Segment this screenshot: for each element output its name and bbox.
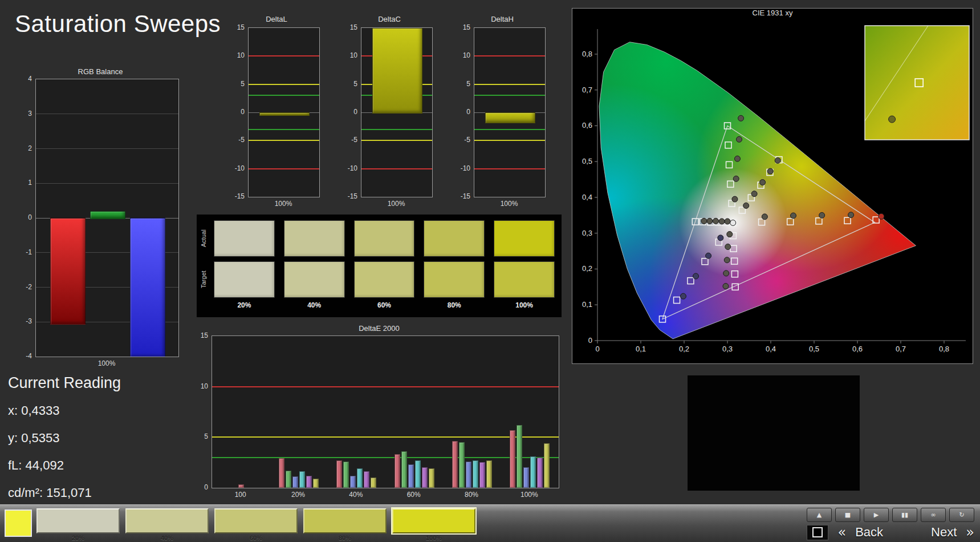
- refline: [474, 95, 545, 96]
- cie-measured-point: [737, 136, 742, 142]
- ytick: -10: [461, 164, 470, 172]
- cie-x-tick-label: 0,7: [896, 345, 906, 353]
- actual-target-swatch-panel: Actual Target 20%40%60%80%100%: [197, 215, 562, 317]
- up-button[interactable]: ▲: [807, 508, 832, 522]
- debar: [313, 479, 319, 488]
- rgb-balance-plot: [35, 79, 179, 357]
- next-button[interactable]: Next: [931, 525, 957, 540]
- ytick: 5: [466, 80, 470, 88]
- debar: [473, 460, 478, 488]
- pause-button[interactable]: ▮▮: [892, 508, 917, 522]
- delta-l-chart: DeltaL 151050-5-10-15 100%: [233, 15, 320, 220]
- ytick: 0: [466, 108, 470, 116]
- vbar: [372, 28, 423, 114]
- cie-x-tick-label: 0: [595, 345, 599, 353]
- refline: [474, 140, 545, 141]
- ytick: 15: [463, 23, 470, 31]
- cie-measured-point: [727, 232, 733, 237]
- gridline: [36, 114, 178, 114]
- reading-fl: fL: 44,092: [8, 458, 121, 473]
- ytick: 0: [28, 213, 32, 221]
- bottom-bar: 20%40%60%80%100% ▲■▶▮▮∞↻ « Back Next »: [0, 504, 980, 542]
- target-row-label: Target: [200, 261, 208, 298]
- debar: [517, 425, 522, 488]
- cie-measured-point: [718, 235, 723, 241]
- ytick: 0: [204, 483, 208, 491]
- cie-measured-point: [724, 257, 730, 263]
- debar: [459, 442, 465, 488]
- cie-y-tick-label: 0,8: [582, 50, 592, 58]
- pattern-swatch-20%[interactable]: 20%: [36, 508, 120, 541]
- rgb-balance-y-axis: 43210-1-2-3-4: [21, 79, 34, 356]
- stop-button[interactable]: ■: [835, 508, 860, 522]
- actual-swatch-row: [214, 220, 555, 257]
- cie-measured-point: [701, 218, 707, 224]
- vbar: [130, 218, 165, 357]
- debar: [371, 478, 376, 488]
- refline: [474, 129, 545, 130]
- debar: [395, 454, 400, 488]
- debars: [510, 336, 550, 488]
- cie-measured-point: [723, 284, 729, 289]
- sw: [494, 220, 555, 257]
- reading-cdm2: cd/m²: 151,071: [8, 486, 121, 500]
- de-xlabel: 100%: [501, 491, 558, 499]
- refline: [249, 140, 319, 141]
- debar: [279, 458, 284, 488]
- cie-measured-point: [734, 156, 740, 161]
- cie-measured-point: [719, 219, 725, 224]
- sw-col-label: 40%: [284, 301, 345, 309]
- display-window-button[interactable]: [807, 525, 828, 540]
- debar: [479, 462, 485, 488]
- delta-c-y-axis: 151050-5-10-15: [346, 27, 360, 196]
- vbar: [259, 112, 310, 116]
- ytick: -2: [26, 283, 32, 291]
- debars: [336, 336, 376, 488]
- back-button[interactable]: Back: [855, 525, 883, 540]
- gridline: [36, 148, 178, 149]
- refline: [361, 140, 432, 141]
- cie-measured-point: [725, 244, 731, 250]
- delta-c-x-label: 100%: [361, 200, 432, 208]
- back-arrow-button[interactable]: «: [837, 524, 846, 540]
- next-arrow-button[interactable]: »: [966, 524, 974, 540]
- delta-l-x-label: 100%: [248, 200, 319, 208]
- cie-x-tick-label: 0,6: [852, 345, 863, 353]
- ytick: -3: [26, 317, 32, 325]
- cie-x-tick-label: 0,1: [636, 345, 646, 353]
- debar: [408, 464, 414, 488]
- pattern-swatch-60%[interactable]: 60%: [214, 508, 298, 541]
- cie-measured-point: [848, 212, 854, 218]
- cie-inset-measured-point: [889, 116, 896, 123]
- tile: [36, 508, 120, 533]
- vbar: [485, 112, 536, 123]
- cie-measured-point: [707, 218, 713, 224]
- refresh-button[interactable]: ↻: [949, 508, 974, 522]
- sw: [284, 220, 345, 257]
- debar: [415, 460, 421, 488]
- pattern-swatch-100%[interactable]: 100%: [392, 508, 475, 541]
- ytick: 4: [28, 75, 32, 83]
- debar: [292, 476, 298, 488]
- refline: [474, 168, 545, 169]
- refline: [249, 168, 319, 169]
- pattern-swatch-80%[interactable]: 80%: [303, 508, 387, 541]
- ytick: 10: [463, 51, 470, 59]
- debar: [537, 458, 543, 488]
- cie-x-tick-label: 0,5: [809, 345, 819, 353]
- debar: [299, 471, 305, 488]
- debar: [523, 467, 529, 488]
- cie-inset-zoom: [865, 26, 969, 140]
- ytick: -10: [348, 164, 357, 172]
- pattern-swatch-40%[interactable]: 40%: [125, 508, 209, 541]
- cie-measured-point: [760, 180, 766, 185]
- loop-button[interactable]: ∞: [921, 508, 946, 522]
- cie-x-tick-label: 0,4: [766, 345, 776, 353]
- cie-measured-point: [733, 176, 739, 181]
- debars: [452, 336, 492, 488]
- deg: [385, 336, 443, 488]
- tile: [125, 508, 209, 533]
- delta-l-title: DeltaL: [233, 15, 320, 23]
- play-button[interactable]: ▶: [864, 508, 889, 522]
- debar: [238, 484, 244, 488]
